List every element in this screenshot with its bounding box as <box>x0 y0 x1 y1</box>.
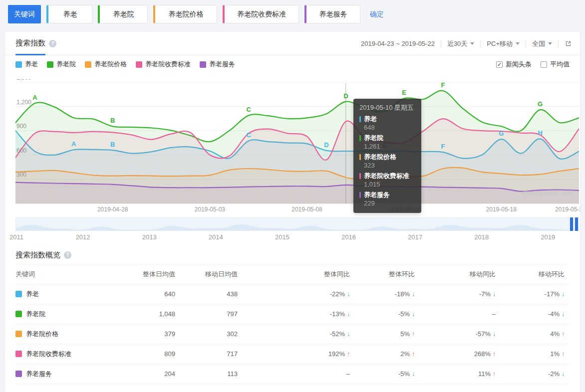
legend-label: 养老院收费标准 <box>145 60 191 69</box>
change-value: -13% <box>330 310 345 318</box>
change-cell: 4%↑ <box>501 324 570 344</box>
tooltip-series-name: 养老院收费标准 <box>359 172 415 181</box>
tooltip-color-bar <box>359 173 361 179</box>
keyword-chip[interactable]: 养老 <box>46 5 92 23</box>
x-tick-label: 2019-05-08 <box>292 206 322 213</box>
overall-avg-cell: 640 <box>120 284 180 304</box>
device-dropdown[interactable]: PC+移动 <box>487 39 520 48</box>
news-marker-A[interactable]: A <box>32 94 37 101</box>
news-marker-F[interactable]: F <box>441 81 445 89</box>
arrow-up-icon: ↑ <box>562 331 565 338</box>
tooltip-color-bar <box>359 135 361 141</box>
chevron-down-icon <box>548 42 552 45</box>
keyword-chip[interactable]: 养老院 <box>98 5 148 23</box>
keyword-chip[interactable]: 养老院价格 <box>153 5 217 23</box>
arrow-up-icon: ↑ <box>347 351 350 358</box>
legend-color-swatch <box>85 61 91 68</box>
year-label: 2018 <box>474 233 489 241</box>
tooltip-series-name: 养老 <box>359 115 415 124</box>
keyword-name: 养老院 <box>26 310 45 318</box>
legend-label: 养老院 <box>56 60 76 69</box>
change-cell: -18%↓ <box>355 284 420 304</box>
change-value: 5% <box>400 330 410 338</box>
arrow-down-icon: ↓ <box>412 291 415 298</box>
external-link-icon[interactable] <box>565 40 572 47</box>
toggle-unchecked[interactable]: 平均值 <box>541 60 570 69</box>
search-index-panel: 搜索指数 ? 2019-04-23 ~ 2019-05-22 近30天 PC+移… <box>5 32 580 392</box>
keyword-button[interactable]: 关键词 <box>8 5 41 23</box>
news-marker-E[interactable]: E <box>402 89 406 96</box>
change-cell: -13%↓ <box>243 304 355 324</box>
news-marker-B[interactable]: B <box>110 117 115 124</box>
range-dropdown[interactable]: 近30天 <box>447 39 474 48</box>
checkbox-icon <box>541 61 547 68</box>
news-marker-A[interactable]: A <box>71 140 76 148</box>
watermark: @index.baidu.com <box>522 190 572 196</box>
change-cell: 2%↑ <box>355 344 420 364</box>
tooltip-color-bar <box>359 116 361 122</box>
legend-item[interactable]: 养老 <box>15 60 38 69</box>
change-cell: – <box>420 304 501 324</box>
news-marker-G[interactable]: G <box>499 130 504 137</box>
brush-handle-left[interactable] <box>570 217 573 231</box>
overview-title: 搜索指数概览 <box>15 250 60 260</box>
legend-item[interactable]: 养老服务 <box>200 60 235 69</box>
row-color-swatch <box>15 291 22 297</box>
change-value: -7% <box>479 290 491 298</box>
x-tick-label: 2019-05-03 <box>195 206 225 213</box>
change-value: -5% <box>398 310 410 318</box>
column-header: 整体同比 <box>243 264 355 284</box>
legend-item[interactable]: 养老院价格 <box>85 60 127 69</box>
region-dropdown[interactable]: 全国 <box>532 39 552 48</box>
news-marker-D[interactable]: D <box>324 141 328 149</box>
year-label: 2014 <box>209 233 223 241</box>
keyword-chip[interactable]: 养老院收费标准 <box>223 5 299 23</box>
keyword-name: 养老院收费标准 <box>26 350 71 358</box>
change-value: – <box>492 310 496 318</box>
trend-chart[interactable]: 3006009001,2001,500ABCDEFGABCDEFGH <box>15 79 579 204</box>
help-icon[interactable]: ? <box>64 251 71 259</box>
year-label: 2011 <box>9 233 23 241</box>
legend-label: 养老院价格 <box>94 60 127 69</box>
tooltip-series-name: 养老服务 <box>359 191 415 199</box>
timeline-years: 201120122013201420152016201720182019 <box>5 233 580 241</box>
date-range-label[interactable]: 2019-04-23 ~ 2019-05-22 <box>361 40 435 47</box>
arrow-down-icon: ↓ <box>562 291 565 298</box>
overview-table: 关键词整体日均值移动日均值整体同比整体环比移动同比移动环比 养老640438-2… <box>15 264 570 384</box>
news-marker-C[interactable]: C <box>246 131 251 139</box>
news-marker-C[interactable]: C <box>246 106 251 113</box>
arrow-down-icon: ↓ <box>562 371 565 378</box>
change-cell: 268%↑ <box>420 344 501 364</box>
help-icon[interactable]: ? <box>49 40 56 47</box>
overview-section: 搜索指数概览 ? 关键词整体日均值移动日均值整体同比整体环比移动同比移动环比 养… <box>15 250 570 384</box>
news-marker-H[interactable]: H <box>538 129 542 137</box>
change-cell: -5%↓ <box>355 364 420 384</box>
arrow-down-icon: ↓ <box>412 311 415 318</box>
overall-avg-cell: 809 <box>120 344 180 364</box>
toggle-checked[interactable]: ✓新闻头条 <box>496 60 532 69</box>
keyword-name: 养老院价格 <box>26 330 58 338</box>
change-cell: -52%↓ <box>243 324 355 344</box>
timeline-brush[interactable] <box>15 217 579 231</box>
arrow-down-icon: ↓ <box>347 311 350 318</box>
keyword-cell: 养老院收费标准 <box>15 344 120 364</box>
chart-legend: 养老养老院养老院价格养老院收费标准养老服务 <box>15 60 244 69</box>
tab-search-index[interactable]: 搜索指数 <box>15 38 45 49</box>
change-value: 192% <box>328 350 345 358</box>
brush-handle-right[interactable] <box>575 217 578 231</box>
keyword-cell: 养老服务 <box>15 364 120 384</box>
table-row: 养老院收费标准809717192%↑2%↑268%↑1%↑ <box>15 344 570 364</box>
legend-item[interactable]: 养老院 <box>47 60 76 69</box>
svg-text:1,200: 1,200 <box>16 99 31 106</box>
keyword-chip[interactable]: 养老服务 <box>304 5 360 23</box>
news-marker-F[interactable]: F <box>441 143 445 150</box>
change-value: -57% <box>476 330 491 338</box>
news-marker-B[interactable]: B <box>110 141 115 148</box>
news-marker-G[interactable]: G <box>538 100 543 108</box>
tooltip-series-value: 1,015 <box>359 181 415 189</box>
panel-header: 搜索指数 ? 2019-04-23 ~ 2019-05-22 近30天 PC+移… <box>5 32 580 55</box>
mobile-avg-cell: 302 <box>180 324 243 344</box>
confirm-link[interactable]: 确定 <box>370 5 384 23</box>
legend-item[interactable]: 养老院收费标准 <box>136 60 191 69</box>
news-marker-D[interactable]: D <box>343 92 348 100</box>
